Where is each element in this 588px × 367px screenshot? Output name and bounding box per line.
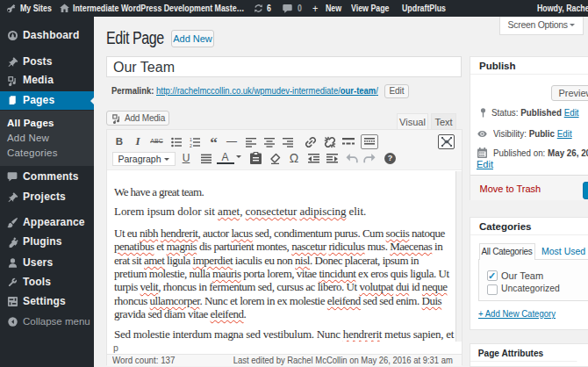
svg-text:1: 1 <box>190 137 192 142</box>
svg-text:2: 2 <box>190 143 192 148</box>
